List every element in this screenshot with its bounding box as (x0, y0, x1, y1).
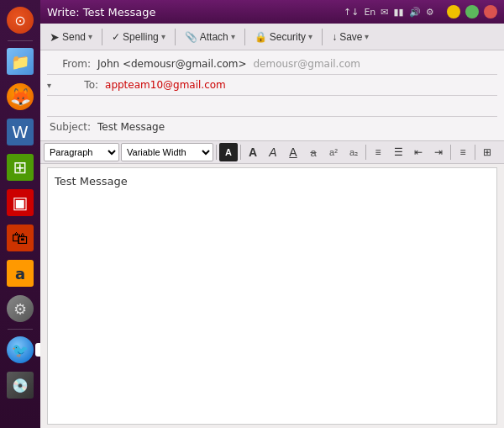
from-display-name: John <demousr@gmail.com> (97, 58, 247, 70)
editor-text: Test Message (55, 175, 128, 188)
firefox-icon: 🦊 (7, 83, 34, 110)
amazon-icon: a (7, 260, 34, 287)
sidebar-item-disk[interactable]: 💿 (3, 368, 37, 402)
compose-form: From: John <demousr@gmail.com> demousr@g… (40, 50, 504, 140)
paragraph-style-select[interactable]: Paragraph Heading 1 Heading 2 Preformatt… (44, 143, 119, 161)
maximize-button[interactable] (465, 5, 479, 18)
to-expand-button[interactable]: ▾ (47, 81, 51, 90)
outdent-button[interactable]: ⇤ (409, 143, 428, 161)
toolbar-sep-4 (322, 29, 323, 45)
unordered-list-button[interactable]: ≡ (369, 143, 387, 161)
active-indicator (35, 343, 40, 357)
sidebar-item-impress[interactable]: ▣ (3, 186, 37, 219)
send-dropdown-arrow[interactable]: ▾ (88, 32, 92, 41)
close-button[interactable] (484, 5, 497, 18)
strikethrough-button[interactable]: a (304, 143, 323, 161)
disk-icon: 💿 (7, 372, 34, 399)
font-width-select[interactable]: Variable Width Fixed Width (121, 143, 213, 161)
calc-icon: ⊞ (7, 154, 34, 181)
security-button[interactable]: 🔒 Security ▾ (249, 29, 318, 45)
software-icon: 🛍 (7, 225, 34, 251)
attach-dropdown-arrow[interactable]: ▾ (231, 32, 235, 41)
battery-icon[interactable]: ▮▮ (394, 7, 404, 18)
spelling-check-icon: ✓ (112, 31, 120, 43)
to-label: To: (55, 79, 105, 91)
format-sep-2 (240, 145, 241, 160)
sort-icon[interactable]: ↑↓ (344, 7, 359, 18)
main-toolbar: ➤ Send ▾ ✓ Spelling ▾ 📎 Attach ▾ 🔒 Secur… (40, 24, 504, 50)
to-email: appteam10@gmail.com (105, 79, 226, 91)
editor-content[interactable]: Test Message (55, 175, 490, 417)
insert-table-button[interactable]: ⊞ (478, 143, 496, 161)
indent-button[interactable]: ⇥ (429, 143, 448, 161)
subject-row: Subject: Test Message (40, 117, 504, 137)
sidebar-item-amazon[interactable]: a (3, 256, 37, 290)
attach-button[interactable]: 📎 Attach ▾ (179, 29, 241, 45)
ubuntu-icon: ⊙ (7, 7, 34, 34)
send-icon: ➤ (50, 30, 60, 44)
volume-icon[interactable]: 🔊 (409, 7, 421, 18)
blank-row (40, 96, 504, 116)
titlebar-title: Write: Test Message (47, 6, 156, 18)
bold-button[interactable]: A (244, 143, 262, 161)
attach-icon: 📎 (185, 31, 197, 43)
impress-icon: ▣ (7, 189, 34, 216)
from-value: John <demousr@gmail.com> demousr@gmail.c… (97, 58, 497, 70)
save-dropdown-arrow[interactable]: ▾ (365, 32, 369, 41)
titlebar-left: Write: Test Message (47, 6, 156, 18)
security-lock-icon: 🔒 (255, 31, 267, 43)
minimize-button[interactable] (447, 5, 460, 18)
sidebar-item-calc[interactable]: ⊞ (3, 151, 37, 184)
format-sep-1 (216, 145, 217, 160)
settings-icon: ⚙ (7, 295, 34, 322)
align-button[interactable]: ≡ (454, 143, 472, 161)
thunderbird-icon: 🐦 (7, 336, 34, 363)
sidebar-item-software[interactable]: 🛍 (3, 221, 37, 255)
subject-text: Test Message (97, 121, 165, 133)
security-dropdown-arrow[interactable]: ▾ (308, 32, 312, 41)
sidebar-item-files[interactable]: 📁 (3, 45, 37, 78)
format-toolbar: Paragraph Heading 1 Heading 2 Preformatt… (40, 140, 504, 164)
from-row: From: John <demousr@gmail.com> demousr@g… (40, 54, 504, 74)
to-row: ▾ To: appteam10@gmail.com (40, 75, 504, 95)
superscript-button[interactable]: a² (324, 143, 343, 161)
italic-button[interactable]: A (264, 143, 282, 161)
message-editor[interactable]: Test Message (47, 167, 497, 425)
format-sep-3 (365, 145, 366, 160)
format-sep-4 (450, 145, 451, 160)
subject-value[interactable]: Test Message (97, 121, 497, 133)
sidebar-item-writer[interactable]: W (3, 115, 37, 149)
sidebar-item-settings[interactable]: ⚙ (3, 292, 37, 325)
sidebar-item-ubuntu[interactable]: ⊙ (3, 3, 37, 37)
underline-button[interactable]: A (284, 143, 302, 161)
toolbar-sep-3 (244, 29, 245, 45)
sidebar-item-firefox[interactable]: 🦊 (3, 80, 37, 114)
system-menu-icon[interactable]: ⚙ (426, 7, 434, 18)
send-button[interactable]: ➤ Send ▾ (44, 28, 98, 46)
save-button[interactable]: ↓ Save ▾ (326, 29, 375, 45)
font-color-button[interactable]: A (219, 143, 238, 161)
subject-label: Subject: (47, 121, 97, 133)
ordered-list-button[interactable]: ☰ (389, 143, 407, 161)
main-window: Write: Test Message ↑↓ En ✉ ▮▮ 🔊 ⚙ ➤ Sen… (40, 0, 504, 428)
sidebar-separator-2 (8, 329, 33, 330)
spelling-button[interactable]: ✓ Spelling ▾ (106, 29, 171, 45)
mail-icon[interactable]: ✉ (381, 7, 388, 18)
titlebar-system-icons: ↑↓ En ✉ ▮▮ 🔊 ⚙ (344, 5, 497, 18)
save-icon: ↓ (332, 31, 337, 43)
subscript-button[interactable]: a₂ (344, 143, 363, 161)
to-value[interactable]: appteam10@gmail.com (105, 79, 497, 91)
from-label: From: (47, 58, 97, 70)
toolbar-sep-1 (102, 29, 102, 45)
writer-icon: W (7, 119, 34, 145)
sidebar-item-thunderbird[interactable]: 🐦 (3, 333, 37, 367)
files-icon: 📁 (7, 48, 34, 75)
sidebar-separator (8, 40, 33, 41)
titlebar: Write: Test Message ↑↓ En ✉ ▮▮ 🔊 ⚙ (40, 0, 504, 24)
toolbar-sep-2 (175, 29, 176, 45)
sidebar: ⊙ 📁 🦊 W ⊞ ▣ 🛍 a ⚙ 🐦 💿 (0, 0, 40, 428)
spelling-dropdown-arrow[interactable]: ▾ (161, 32, 165, 41)
format-sep-5 (475, 145, 475, 160)
language-indicator[interactable]: En (364, 7, 375, 18)
from-email-hint: demousr@gmail.com (253, 58, 360, 70)
